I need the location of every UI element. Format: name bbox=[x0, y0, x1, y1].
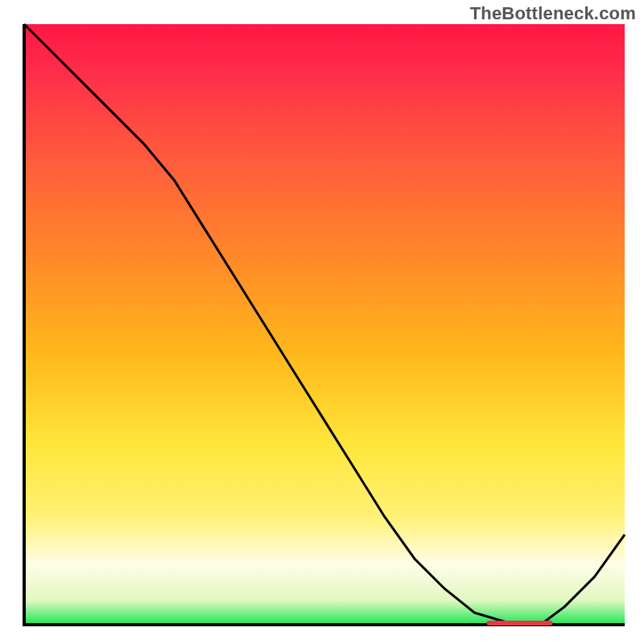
chart-container: TheBottleneck.com bbox=[0, 0, 644, 644]
optimal-range-marker bbox=[486, 621, 552, 625]
bottleneck-chart bbox=[0, 0, 644, 644]
